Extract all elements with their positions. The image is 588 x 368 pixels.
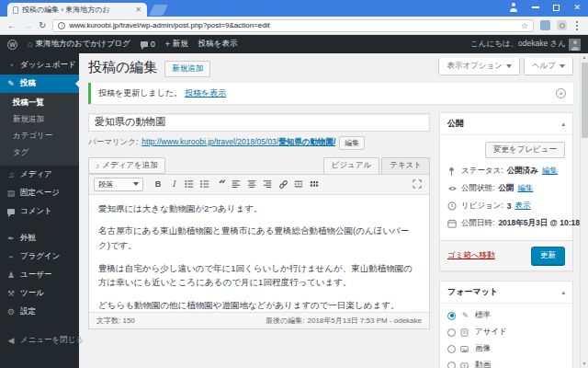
word-count-label: 文字数: [96,316,120,325]
italic-button[interactable] [166,178,181,191]
users-icon: ♟ [6,270,16,280]
close-icon[interactable]: ✕ [573,4,581,12]
page-scrollbar[interactable] [580,53,588,368]
admin-sidebar: ◔ ダッシュボード ✎ 投稿 投稿一覧 新規追加 カテゴリー タグ ♫ メディア… [0,53,79,368]
update-button[interactable]: 更新 [531,247,565,265]
new-content-menu[interactable]: 新規 [165,39,188,50]
page-title: 投稿の編集 [88,58,157,76]
post-body-editor[interactable]: 愛知県には大きな動物園が2つあります。 名古屋市にある東山動植物園と豊橋市にある… [89,195,429,312]
sidebar-item-comments[interactable]: コメント [0,202,79,221]
blockquote-button[interactable] [213,178,228,191]
format-box-header[interactable]: フォーマット [440,282,572,304]
paragraph: どちらも動物園の他に植物園や遊園地などがありますので一日楽しめます。 [98,298,420,312]
browse-revisions-link[interactable]: 表示 [515,201,531,212]
site-link[interactable]: 東海地方のおでかけブログ [28,39,130,50]
sidebar-item-users[interactable]: ♟ ユーザー [0,266,79,284]
insert-link-button[interactable] [276,178,290,191]
help-button[interactable]: ヘルプ [524,58,573,75]
edit-permalink-button[interactable]: 編集 [339,136,365,150]
radio-standard[interactable] [447,312,456,320]
dismiss-notice-icon[interactable] [556,88,566,98]
bold-button[interactable] [151,178,165,191]
align-center-button[interactable] [244,178,259,191]
sidebar-item-settings[interactable]: ⚙ 設定 [0,303,79,321]
minimize-icon[interactable] [532,6,539,8]
forward-icon[interactable]: → [23,21,32,30]
maximize-icon[interactable] [553,5,560,11]
toolbar-toggle-button[interactable] [307,178,322,191]
bulleted-list-button[interactable] [182,178,197,191]
media-icon [96,161,99,170]
scroll-down-icon[interactable] [581,360,588,368]
video-icon [460,362,470,368]
reload-icon[interactable]: ↻ [39,21,46,30]
submenu-add-new[interactable]: 新規追加 [0,111,79,128]
sidebar-item-pages[interactable]: ▤ 固定ページ [0,184,79,202]
collapse-menu-button[interactable]: ◀ メニューを閉じる [0,331,79,350]
numbered-list-button[interactable] [198,178,212,191]
format-option-aside[interactable]: アサイド [447,327,565,338]
toggle-panel-icon[interactable] [561,289,565,296]
bookmark-star-icon[interactable] [521,21,528,30]
edit-status-link[interactable]: 編集 [542,166,558,177]
fullscreen-button[interactable] [410,178,424,191]
sidebar-item-media[interactable]: ♫ メディア [0,166,79,184]
submenu-tags[interactable]: タグ [0,144,79,161]
read-more-button[interactable] [291,178,306,191]
add-media-button[interactable]: メディアを追加 [88,157,165,174]
screen-options-button[interactable]: 表示オプション [438,58,520,75]
format-option-image[interactable]: 画像 [447,343,565,354]
scrollbar-thumb[interactable] [582,63,588,138]
sidebar-item-dashboard[interactable]: ◔ ダッシュボード [0,56,79,75]
new-tab-button[interactable] [149,5,168,16]
back-icon[interactable]: ← [7,21,17,30]
view-post-link[interactable]: 投稿を表示 [198,39,238,50]
extension-icon-2[interactable] [557,20,567,30]
sidebar-item-appearance[interactable]: ✒ 外観 [0,229,79,247]
radio-video[interactable] [447,362,456,368]
tab-title: 投稿の編集 ‹ 東海地方のお [22,5,131,15]
comments-shortcut[interactable]: 0 [141,40,155,49]
paragraph-format-select[interactable]: 段落 [94,178,143,191]
permalink-link[interactable]: http://www.kuroobi.jp/travel/2018/05/03/… [141,137,335,148]
wp-admin-bar: 東海地方のおでかけブログ 0 新規 投稿を表示 こんにちは、odekake さん [0,35,588,53]
profile-icon[interactable] [509,3,518,12]
format-option-standard[interactable]: ✎ 標準 [447,310,565,321]
submenu-categories[interactable]: カテゴリー [0,128,79,144]
sidebar-item-tools[interactable]: ⚒ ツール [0,284,79,303]
publish-box-header[interactable]: 公開 [440,113,572,135]
plus-icon [165,40,170,49]
extension-icon-1[interactable] [540,20,550,30]
tab-close-icon[interactable]: ✕ [135,6,141,14]
view-post-notice-link[interactable]: 投稿を表示 [185,87,226,99]
post-title-input[interactable] [88,113,430,132]
edit-visibility-link[interactable]: 編集 [517,183,533,194]
submenu-all-posts[interactable]: 投稿一覧 [0,95,79,111]
align-left-button[interactable] [229,178,243,191]
account-menu[interactable]: こんにちは、odekake さん [470,39,581,51]
sidebar-item-plugins[interactable]: ⌁ プラグイン [0,247,79,266]
tab-visual-editor[interactable]: ビジュアル [323,157,380,174]
avatar [569,39,581,51]
address-bar[interactable]: www.kuroobi.jp/travel/wp-admin/post.php?… [52,19,534,32]
paragraph: 豊橋は自宅から少し遠いので年に1回くらいしか行けませんが、東山動植物園の方は幸い… [98,261,420,290]
browser-menu-icon[interactable] [576,25,578,27]
preview-changes-button[interactable]: 変更をプレビュー [485,142,565,158]
align-left-icon [232,179,241,189]
radio-image[interactable] [447,345,456,353]
tab-text-editor[interactable]: テキスト [381,157,430,174]
scroll-up-icon[interactable] [581,53,588,62]
add-new-button[interactable]: 新規追加 [164,61,210,77]
move-to-trash-link[interactable]: ゴミ箱へ移動 [447,250,495,261]
radio-aside[interactable] [447,328,456,337]
sidebar-item-posts[interactable]: ✎ 投稿 [0,75,79,93]
align-right-button[interactable] [260,178,275,191]
bulleted-list-icon [185,179,194,189]
format-option-video[interactable]: 動画 [447,360,565,368]
browser-tab[interactable]: 投稿の編集 ‹ 東海地方のお ✕ [7,3,147,17]
word-count: 150 [122,316,134,325]
revisions-row: リビジョン: 3 表示 [447,201,565,212]
site-info-icon[interactable] [58,22,65,29]
toggle-panel-icon[interactable] [561,121,565,128]
wp-logo-menu[interactable] [7,40,17,50]
